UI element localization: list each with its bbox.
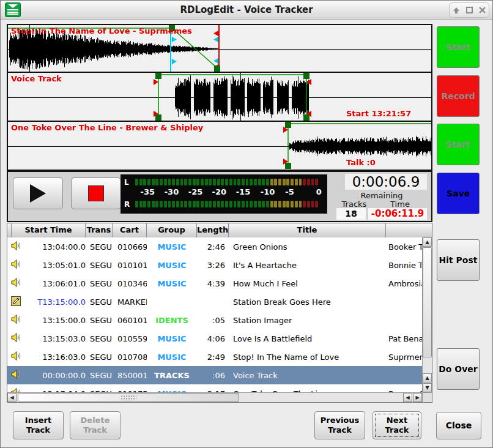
record-button[interactable]: Record xyxy=(437,75,480,117)
table-row[interactable]: T13:15:00.0SEGUEMARKERStation Break Goes… xyxy=(7,293,422,311)
header-icon-col[interactable] xyxy=(7,223,12,237)
table-row[interactable]: 13:15:00.0SEGUE060101IDENTS:05Station Im… xyxy=(7,311,422,329)
cell-group: MUSIC xyxy=(147,261,197,270)
cell-trans: SEGUE xyxy=(86,242,113,252)
header-artist[interactable] xyxy=(386,223,432,237)
cell-start-time: 13:05:01.0 xyxy=(24,261,86,270)
horizontal-scrollbar[interactable]: ◀ ◀ ▶ xyxy=(7,392,422,402)
shade-icon[interactable] xyxy=(452,6,461,15)
cell-title: Station Break Goes Here xyxy=(229,297,386,307)
speaker-icon xyxy=(7,351,24,362)
cell-cart: 010708 xyxy=(113,353,147,362)
cell-cart: 060101 xyxy=(113,316,147,325)
maximize-icon[interactable] xyxy=(465,6,473,14)
remaining-tracks-value: 18 xyxy=(336,208,366,220)
save-button[interactable]: Save xyxy=(437,173,480,214)
hit-post-button[interactable]: Hit Post xyxy=(437,239,480,281)
cell-length: 2:46 xyxy=(197,242,229,252)
scrollbar-corner xyxy=(422,392,432,402)
cell-start-time: T13:15:00.0 xyxy=(24,297,86,307)
table-row[interactable]: 13:05:01.0SEGUE010101MUSIC3:26It's A Hea… xyxy=(7,256,422,274)
table-row[interactable]: 13:04:00.0SEGUE010669MUSIC2:46Green Onio… xyxy=(7,237,422,256)
cell-cart: 850001 xyxy=(113,371,147,380)
close-icon[interactable] xyxy=(478,6,486,14)
remaining-time-label: Time xyxy=(379,200,421,209)
track-incoming-event[interactable]: One Toke Over The Line - Brewer & Shiple… xyxy=(8,122,431,170)
header-trans[interactable]: Trans xyxy=(86,223,113,237)
cell-title: Voice Track xyxy=(229,371,386,380)
delete-track-label-1: Delete xyxy=(81,416,110,425)
scroll-left-button-2[interactable]: ◀ xyxy=(403,393,412,402)
horizontal-scroll-thumb[interactable] xyxy=(18,393,239,402)
close-button[interactable]: Close xyxy=(436,412,481,439)
track-title-incoming: One Toke Over The Line - Brewer & Shiple… xyxy=(11,123,203,132)
table-row[interactable]: 13:17:04.0SEGUE010175MUSIC3:17One Toke O… xyxy=(7,384,422,392)
header-title[interactable]: Title xyxy=(229,223,386,237)
vu-right-label: R xyxy=(124,200,135,209)
start-incoming-button[interactable]: Start xyxy=(437,124,480,165)
header-start-time[interactable]: Start Time xyxy=(12,223,86,237)
stop-icon xyxy=(88,185,104,201)
cell-artist: Ambrosia xyxy=(386,279,422,288)
start-outgoing-button[interactable]: Start xyxy=(437,26,480,68)
cell-cart: 010559 xyxy=(113,334,147,343)
cell-length: 2:49 xyxy=(197,353,229,362)
next-track-button[interactable]: Next Track xyxy=(373,411,421,439)
header-group[interactable]: Group xyxy=(147,223,197,237)
play-button[interactable] xyxy=(13,177,63,209)
insert-track-label-1: Insert xyxy=(25,416,51,425)
scroll-down-button[interactable]: ▼ xyxy=(423,383,432,392)
cell-group: MUSIC xyxy=(147,353,197,362)
track-outgoing-event[interactable]: Stop! In The Name of Love - Suprmemes xyxy=(8,25,431,73)
scroll-up-button[interactable]: ▲ xyxy=(423,237,432,247)
vu-scale: -35-30-25-20-15-10-50 xyxy=(135,187,324,198)
scroll-grip xyxy=(120,395,136,400)
cell-artist: Suprmemes xyxy=(386,353,422,362)
speaker-icon xyxy=(7,370,24,381)
scroll-right-button[interactable]: ▶ xyxy=(413,393,422,402)
vertical-scroll-thumb[interactable] xyxy=(423,247,432,357)
log-table: Start Time Trans Cart Group Length Title… xyxy=(7,223,432,403)
track-voice[interactable]: Voice Track Start 13:21:57 xyxy=(8,73,431,122)
header-length[interactable]: Length xyxy=(197,223,229,237)
cell-title: Station Imager xyxy=(229,316,386,325)
remaining-label: Remaining xyxy=(336,191,428,200)
cell-start-time: 13:04:00.0 xyxy=(24,242,86,252)
vertical-scrollbar[interactable]: ▲ ▲ ▼ xyxy=(422,237,432,392)
cell-title: Stop! In The Name of Love xyxy=(229,353,386,362)
table-row[interactable]: 00:00:00.0SEGUE850001TRACKS:06Voice Trac… xyxy=(7,366,422,384)
track-title-outgoing: Stop! In The Name of Love - Suprmemes xyxy=(11,26,192,35)
cell-start-time: 13:06:01.0 xyxy=(24,279,86,288)
vu-scale-tick: -20 xyxy=(212,187,227,196)
voice-tracker-waveform-panel: Stop! In The Name of Love - Suprmemes Vo… xyxy=(7,24,432,171)
vu-scale-tick: 0 xyxy=(316,187,322,196)
cell-start-time: 13:15:03.0 xyxy=(24,334,86,343)
header-cart[interactable]: Cart xyxy=(113,223,147,237)
cell-start-time: 13:16:03.0 xyxy=(24,353,86,362)
table-row[interactable]: 13:16:03.0SEGUE010708MUSIC2:49Stop! In T… xyxy=(7,348,422,366)
cell-trans: SEGUE xyxy=(86,371,113,380)
cell-title: Love Is A Battlefield xyxy=(229,334,386,343)
do-over-button[interactable]: Do Over xyxy=(437,348,480,390)
titlebar: RDLogEdit - Voice Tracker xyxy=(1,1,492,20)
table-row[interactable]: 13:06:01.0SEGUE010346MUSIC4:39How Much I… xyxy=(7,274,422,293)
cell-trans: SEGUE xyxy=(86,261,113,270)
log-table-body: 13:04:00.0SEGUE010669MUSIC2:46Green Onio… xyxy=(7,237,422,392)
delete-track-button[interactable]: Delete Track xyxy=(70,411,120,439)
elapsed-time-display: 0:00:06.9 xyxy=(345,174,427,190)
cell-trans: SEGUE xyxy=(86,297,113,307)
track-talk-note: Talk :0 xyxy=(346,158,376,167)
cell-title: It's A Heartache xyxy=(229,261,386,270)
window-title: RDLogEdit - Voice Tracker xyxy=(1,1,492,19)
table-row[interactable]: 13:15:03.0SEGUE010559MUSIC4:06Love Is A … xyxy=(7,329,422,348)
scroll-left-button[interactable]: ◀ xyxy=(7,393,17,402)
stop-button[interactable] xyxy=(71,177,121,209)
cell-group: MUSIC xyxy=(147,242,197,252)
previous-track-button[interactable]: Previous Track xyxy=(314,411,365,439)
vu-scale-tick: -10 xyxy=(261,187,275,196)
previous-track-label-2: Track xyxy=(328,425,352,435)
scroll-up-button-2[interactable]: ▲ xyxy=(423,373,432,383)
track-title-voice: Voice Track xyxy=(11,74,62,83)
cell-title: Green Onions xyxy=(229,242,386,252)
insert-track-button[interactable]: Insert Track xyxy=(13,411,64,439)
